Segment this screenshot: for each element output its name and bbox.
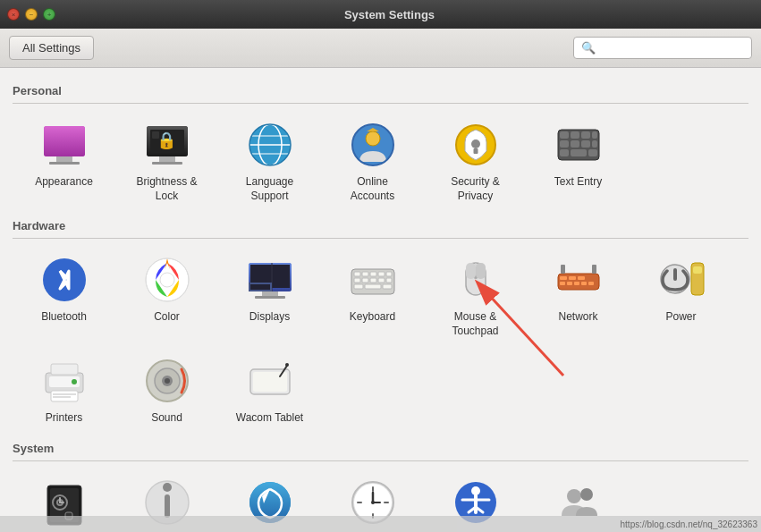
setting-item-mouse-touchpad[interactable]: Mouse &Touchpad	[424, 246, 527, 347]
svg-point-128	[580, 488, 593, 501]
appearance-icon	[39, 120, 89, 170]
setting-item-color[interactable]: Color	[115, 246, 218, 347]
svg-point-24	[471, 139, 480, 148]
security-privacy-label: Security &Privacy	[451, 175, 500, 203]
section-grid-personal: Appearance🔒Brightness &LockLanguageSuppo…	[13, 111, 748, 212]
svg-rect-55	[362, 272, 368, 276]
power-label: Power	[665, 310, 696, 325]
displays-icon	[245, 255, 295, 305]
section-divider-system	[13, 460, 748, 461]
sound-icon	[142, 356, 192, 406]
setting-item-brightness-lock[interactable]: 🔒Brightness &Lock	[115, 111, 218, 212]
all-settings-button[interactable]: All Settings	[9, 36, 94, 60]
wacom-tablet-label: Wacom Tablet	[236, 411, 303, 426]
svg-rect-70	[466, 263, 476, 279]
svg-rect-65	[365, 284, 381, 289]
svg-rect-84	[693, 266, 702, 274]
search-input[interactable]	[599, 41, 744, 55]
svg-rect-51	[262, 291, 278, 296]
setting-item-bluetooth[interactable]: Bluetooth	[13, 246, 115, 347]
close-button[interactable]: ×	[7, 8, 20, 21]
svg-rect-28	[571, 131, 579, 139]
section-divider-hardware	[13, 238, 748, 239]
svg-rect-81	[561, 265, 565, 274]
text-entry-label: Text Entry	[554, 175, 602, 190]
network-label: Network	[558, 310, 597, 325]
svg-rect-32	[571, 140, 579, 148]
svg-rect-64	[354, 284, 363, 289]
svg-point-101	[285, 363, 289, 367]
network-icon	[554, 255, 604, 305]
printers-label: Printers	[46, 411, 82, 426]
svg-rect-66	[383, 284, 392, 289]
svg-rect-10	[159, 156, 175, 162]
svg-rect-77	[567, 282, 572, 285]
svg-rect-35	[560, 149, 569, 156]
svg-point-127	[567, 489, 581, 503]
svg-rect-57	[378, 272, 385, 276]
text-entry-icon	[554, 120, 604, 170]
window-title: System Settings	[61, 8, 718, 21]
svg-rect-56	[370, 272, 376, 276]
online-accounts-label: OnlineAccounts	[351, 175, 394, 203]
search-box: 🔍	[573, 37, 752, 59]
settings-content: PersonalAppearance🔒Brightness &LockLangu…	[0, 68, 761, 532]
svg-rect-11	[152, 162, 182, 165]
svg-rect-29	[581, 131, 590, 139]
svg-rect-59	[354, 278, 360, 283]
search-icon: 🔍	[581, 41, 596, 55]
setting-item-online-accounts[interactable]: OnlineAccounts	[321, 111, 424, 212]
section-label-system: System	[13, 442, 748, 455]
minimize-button[interactable]: −	[25, 8, 38, 21]
svg-rect-74	[569, 276, 576, 280]
sound-label: Sound	[151, 411, 182, 426]
setting-item-language-support[interactable]: LanguageSupport	[218, 111, 321, 212]
svg-rect-3	[49, 162, 80, 165]
svg-rect-61	[370, 278, 376, 283]
svg-rect-62	[378, 278, 385, 283]
maximize-button[interactable]: +	[43, 8, 55, 21]
section-label-personal: Personal	[13, 84, 748, 97]
setting-item-security-privacy[interactable]: Security &Privacy	[424, 111, 527, 212]
setting-item-power[interactable]: Power	[630, 246, 732, 347]
svg-rect-52	[255, 296, 285, 299]
svg-rect-54	[354, 272, 360, 276]
status-url: https://blog.csdn.net/nq_32623363	[621, 519, 757, 529]
svg-rect-93	[53, 396, 71, 398]
setting-item-wacom-tablet[interactable]: Wacom Tablet	[218, 347, 321, 435]
titlebar: × − + System Settings	[0, 0, 761, 29]
setting-item-keyboard[interactable]: Keyboard	[321, 246, 424, 347]
svg-rect-109	[165, 494, 170, 518]
brightness-lock-label: Brightness &Lock	[136, 175, 197, 203]
svg-rect-30	[592, 131, 597, 139]
svg-point-97	[165, 378, 170, 384]
section-divider-personal	[13, 103, 748, 104]
appearance-label: Appearance	[35, 175, 93, 190]
svg-rect-92	[53, 393, 76, 395]
svg-text:🔒: 🔒	[156, 131, 177, 150]
svg-rect-86	[673, 268, 677, 281]
online-accounts-icon	[348, 120, 398, 170]
setting-item-network[interactable]: Network	[527, 246, 630, 347]
svg-rect-37	[588, 149, 597, 156]
setting-item-printers[interactable]: Printers	[13, 347, 115, 435]
svg-rect-60	[362, 278, 368, 283]
svg-rect-50	[250, 284, 270, 290]
wacom-tablet-icon	[245, 356, 295, 406]
color-icon	[142, 255, 192, 305]
setting-item-text-entry[interactable]: Text Entry	[527, 111, 630, 212]
setting-item-sound[interactable]: Sound	[115, 347, 218, 435]
keyboard-label: Keyboard	[350, 310, 395, 325]
svg-rect-63	[386, 278, 392, 283]
section-label-hardware: Hardware	[13, 219, 748, 232]
displays-label: Displays	[249, 310, 290, 325]
svg-rect-79	[581, 282, 587, 285]
svg-rect-73	[560, 276, 567, 280]
svg-point-120	[371, 501, 375, 504]
setting-item-appearance[interactable]: Appearance	[13, 111, 115, 212]
mouse-touchpad-label: Mouse &Touchpad	[452, 310, 498, 338]
power-icon	[656, 255, 706, 305]
setting-item-displays[interactable]: Displays	[218, 246, 321, 347]
svg-rect-33	[581, 140, 590, 148]
svg-rect-34	[592, 140, 597, 148]
